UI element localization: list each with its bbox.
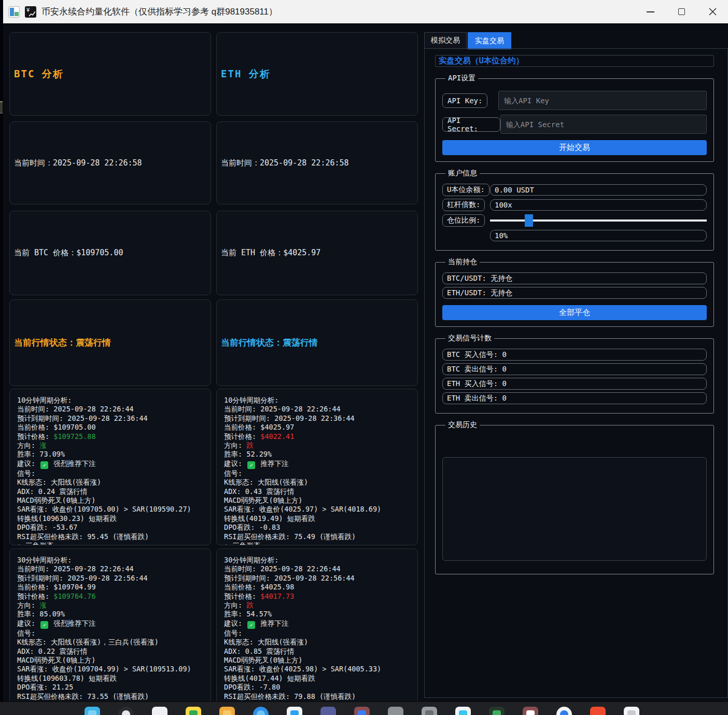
analysis-line: RSI超买但价格未跌: 79.88 (谨慎看跌): [224, 692, 412, 701]
btc-sell-signal-row: BTC 卖出信号: 0: [442, 363, 707, 375]
check-icon: ✓: [40, 621, 48, 629]
start-trading-button[interactable]: 开始交易: [442, 140, 707, 155]
taskbar-icon-browser[interactable]: [253, 707, 269, 715]
api-secret-label: API Secret:: [442, 117, 500, 132]
tab-simulated-trading[interactable]: 模拟交易: [424, 32, 467, 49]
taskbar-icon-task-view[interactable]: [85, 707, 100, 715]
taskbar-icon-dark-green-app[interactable]: [489, 707, 505, 715]
api-settings-legend: API设置: [445, 74, 478, 83]
slider-track: [490, 219, 707, 222]
analysis-line: DPO看跌: -53.67: [17, 523, 205, 532]
analysis-line: 胜率: 73.09%: [17, 450, 205, 459]
api-key-input[interactable]: [498, 91, 707, 110]
eth-10min-analysis-panel: 10分钟周期分析:当前时间: 2025-09-28 22:26:44预计到期时间…: [216, 389, 418, 545]
analysis-line: MACD弱势死叉(0轴上方): [224, 496, 412, 505]
analysis-line: MACD弱势死叉(0轴上方): [224, 656, 412, 665]
taskbar-icon-file-explorer[interactable]: [219, 707, 235, 715]
taskbar-icon-notes[interactable]: [152, 707, 167, 715]
analysis-line: 信号:: [17, 469, 205, 478]
titlebar: ¥ 币安永续合约量化软件（仅供指标学习参考 q群981935811）: [3, 0, 728, 23]
analysis-line: 当前时间: 2025-09-28 22:26:44: [17, 405, 205, 414]
api-key-label: API Key:: [442, 93, 487, 108]
analysis-line: 建议: ✓ 强烈推荐下注: [17, 459, 205, 469]
trading-chart-icon: ¥: [25, 6, 36, 18]
eth-title-panel: ETH 分析: [216, 32, 418, 116]
position-ratio-slider[interactable]: [490, 214, 707, 227]
taskbar-icon-red-app[interactable]: [590, 707, 606, 715]
analysis-line: 当前价格: $109704.99: [17, 583, 205, 592]
analysis-line: SAR看涨: 收盘价(4025.97) > SAR(4018.69): [224, 505, 412, 514]
trade-history-list[interactable]: [442, 457, 707, 561]
taskbar-icon-purple-app[interactable]: [320, 707, 336, 715]
taskbar-icon-maroon-app[interactable]: [354, 707, 370, 715]
close-button[interactable]: [697, 0, 728, 23]
analysis-line: SAR看涨: 收盘价(4025.98) > SAR(4005.33): [224, 665, 412, 673]
eth-current-time: 当前时间：2025-09-28 22:26:58: [221, 158, 349, 168]
eth-30min-analysis-text: 30分钟周期分析:当前时间: 2025-09-28 22:26:44预计到期时间…: [217, 549, 417, 701]
minimize-button[interactable]: [635, 0, 666, 23]
analysis-line: 预计到期时间: 2025-09-28 22:56:44: [224, 574, 412, 583]
btc-time-panel: 当前时间：2025-09-28 22:26:58: [9, 121, 211, 204]
analysis-line: ADX: 0.22 震荡行情: [17, 647, 205, 656]
btc-position-row: BTC/USDT: 无持仓: [442, 272, 707, 284]
analysis-line: DPO看跌: -7.80: [224, 683, 412, 692]
trade-history-legend: 交易历史: [445, 420, 480, 430]
analysis-line: 方向: 跌: [224, 601, 412, 610]
eth-status-panel: 当前行情状态：震荡行情: [216, 299, 418, 386]
eth-time-panel: 当前时间：2025-09-28 22:26:58: [216, 121, 418, 204]
taskbar-icon-white-blue-app[interactable]: [556, 707, 572, 715]
taskbar-icon-task-view-glyph: [88, 710, 96, 715]
analysis-line: 信号:: [224, 629, 412, 638]
taskbar-icon-file-explorer-glyph: [223, 710, 231, 715]
taskbar-icon-search-glyph: [122, 710, 130, 715]
btc-current-price: 当前 BTC 价格：$109705.00: [14, 248, 123, 258]
btc-status-panel: 当前行情状态：震荡行情: [9, 299, 211, 386]
current-positions-legend: 当前持仓: [445, 257, 480, 267]
taskbar-icon-gray-cat-app[interactable]: [388, 707, 403, 715]
leverage-value: 100x: [490, 199, 707, 211]
analysis-line: 建议: ✓ 推荐下注: [224, 459, 412, 469]
analysis-line: K线形态: 大阳线(强看涨): [224, 638, 412, 647]
analysis-line: 胜率: 54.57%: [224, 610, 412, 618]
analysis-line: DPO看跌: -0.83: [224, 523, 412, 532]
taskbar-icon-search[interactable]: [118, 707, 134, 715]
taskbar-icon-briefcase-app[interactable]: [287, 707, 302, 715]
taskbar-icon-wegame[interactable]: [186, 707, 201, 715]
tab-live-trading[interactable]: 实盘交易: [468, 32, 511, 49]
analysis-line: 当前时间: 2025-09-28 22:26:44: [224, 405, 412, 414]
analysis-line: 10分钟周期分析:: [224, 396, 412, 405]
eth-price-panel: 当前 ETH 价格：$4025.97: [216, 211, 418, 295]
taskbar-icon-white-cyan-app-glyph: [459, 710, 467, 715]
taskbar-icon-browser-glyph: [257, 710, 265, 715]
background-window-edge: [0, 101, 3, 114]
check-icon: ✓: [40, 461, 48, 469]
position-ratio-slider-handle[interactable]: [525, 214, 533, 227]
analysis-line: K线形态: 大阳线(强看涨)，三白兵(强看涨): [17, 638, 205, 647]
analysis-line: 信号:: [224, 469, 412, 478]
position-ratio-label: 仓位比例:: [442, 214, 485, 227]
maximize-icon: [678, 8, 685, 15]
taskbar-icon-window-app-glyph: [627, 710, 636, 715]
analysis-line: 转换线(109603.78) 短期看跌: [17, 674, 205, 683]
eth-buy-signal-row: ETH 买入信号: 0: [442, 378, 707, 390]
analysis-line: ADX: 0.43 震荡行情: [224, 487, 412, 496]
analysis-line: 预计到期时间: 2025-09-28 22:36:44: [17, 414, 205, 423]
maximize-button[interactable]: [666, 0, 697, 23]
api-secret-input[interactable]: [500, 115, 707, 134]
eth-market-status: 当前行情状态：震荡行情: [221, 337, 318, 349]
analysis-line: 预计价格: $4017.73: [224, 592, 412, 601]
live-trading-title: 实盘交易（U本位合约）: [435, 55, 714, 67]
close-all-positions-button[interactable]: 全部平仓: [442, 305, 707, 320]
leverage-label: 杠杆倍数:: [442, 199, 485, 211]
analysis-line: 信号:: [17, 629, 205, 638]
taskbar-icon-window-app[interactable]: [624, 707, 639, 715]
taskbar-icon-list-app[interactable]: [422, 707, 437, 715]
eth-position-row: ETH/USDT: 无持仓: [442, 287, 707, 299]
taskbar-icon-robot-app[interactable]: [523, 707, 538, 715]
analysis-line: 转换线(4019.49) 短期看跌: [224, 514, 412, 523]
taskbar-icon-white-cyan-app[interactable]: [455, 707, 471, 715]
taskbar: [0, 702, 728, 715]
eth-30min-analysis-panel: 30分钟周期分析:当前时间: 2025-09-28 22:26:44预计到期时间…: [216, 548, 418, 702]
taskbar-icon-white-blue-app-glyph: [560, 710, 568, 715]
btc-column: BTC 分析 当前时间：2025-09-28 22:26:58 当前 BTC 价…: [9, 32, 211, 702]
